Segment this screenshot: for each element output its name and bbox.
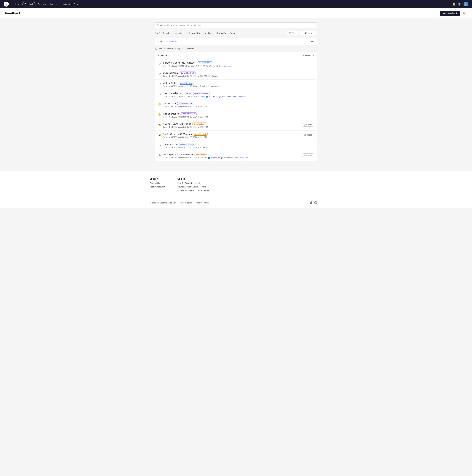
bell-icon[interactable]: 🔔	[452, 3, 455, 6]
nav-feedback[interactable]: Feedback	[22, 2, 35, 6]
nav-reviews[interactable]: Reviews	[36, 2, 48, 6]
gear-icon[interactable]: ⚙️	[458, 3, 461, 6]
check-circle-icon	[304, 134, 306, 136]
nav-guests[interactable]: Guests	[48, 2, 58, 6]
sentiment-neutral-icon: 😐	[158, 113, 161, 116]
check-circle-icon	[304, 154, 306, 156]
scorecard-link[interactable]: Understanding the Location Scorecard	[177, 189, 212, 192]
results-container: 10 Results Download ☹ Shayne Gallegos - …	[155, 52, 317, 161]
comment-icon: 💬 1 Comment	[208, 75, 220, 77]
table-row[interactable]: ☹ Carter Mcbride Google Review Case ID: …	[155, 141, 317, 151]
new-feedback-button[interactable]: New Feedback	[440, 11, 460, 16]
feedback-name: Carter Mcbride	[163, 143, 178, 146]
filter-button[interactable]: Filter	[287, 31, 298, 35]
sort-chevron-icon: ▾	[170, 32, 170, 34]
comment-icon: 💬 3 Comments	[219, 96, 231, 98]
custom-reports-link[interactable]: How to Access Custom Reports	[177, 186, 212, 188]
nav-reports[interactable]: Reports	[72, 2, 83, 6]
sentiment-good-icon: 😊	[158, 123, 161, 127]
active-filters-row: Filters | Unverified × Save filter	[155, 38, 317, 45]
footer-bottom: © 2024 Akira Technologies Corp. · Privac…	[150, 198, 322, 204]
nav-right: 🔔 ⚙️ J	[452, 2, 468, 6]
x-twitter-icon[interactable]	[319, 201, 322, 204]
sentiment-bad-icon: ☹	[158, 72, 161, 76]
tab-unverified[interactable]: Unverified	[173, 31, 186, 35]
closed-badge: Closed	[302, 123, 314, 127]
instagram-icon[interactable]	[314, 201, 317, 204]
table-row[interactable]: ☹ Shad Gonzales - #21 Victoria General f…	[155, 90, 317, 100]
table-row[interactable]: 😊 Jenifer Carter - #36 Winnipeg Store fe…	[155, 131, 317, 141]
feedback-tag: General feedback	[180, 112, 197, 115]
feedback-tag: Store feedback	[194, 153, 209, 156]
svg-point-7	[304, 134, 306, 136]
feedback-tag: General feedbackt	[193, 92, 210, 95]
logo[interactable]: 🍦	[4, 1, 9, 7]
sort-by-label: Sort By: Oldest ▾	[155, 32, 170, 34]
sentiment-bad-icon: ☹	[158, 62, 161, 66]
table-row[interactable]: ☹ Ulysses Hanna General feedback Case ID…	[155, 69, 317, 80]
svg-rect-9	[315, 202, 317, 204]
attachment-icon: 📎 1 Attachment	[208, 85, 221, 87]
sort-dropdown[interactable]: Oldest ▾	[163, 32, 170, 34]
footer-support-col: Support Contact Us Feature Request	[150, 178, 165, 193]
new-comments-link[interactable]: 3 new comments	[233, 96, 246, 97]
footer: Support Contact Us Feature Request Guide…	[0, 171, 472, 208]
closed-badge: Closed	[302, 153, 314, 157]
feedback-name: Weldon Archer	[163, 82, 177, 85]
clear-search[interactable]: Clear current search query, filters, and…	[155, 47, 317, 50]
feedback-name: Ulysses Hanna	[163, 72, 178, 74]
comment-icon: 💬 2 Comments	[221, 157, 233, 159]
feedback-tag: Store feedback	[192, 122, 207, 125]
table-row[interactable]: 😐 Krista Lawrence General feedback Case …	[155, 110, 317, 120]
bubbled-up-icon: 👥 Bubbled Up	[206, 96, 218, 98]
export-feedback-link[interactable]: How To Export Feedback	[177, 182, 212, 184]
date-range-select[interactable]: Last 7 days	[300, 31, 317, 35]
avatar[interactable]: J	[464, 2, 468, 6]
table-row[interactable]: 😐 Nettie Chase General feedback Case ID:…	[155, 100, 317, 110]
nav-locations[interactable]: Locations	[59, 2, 71, 6]
feedback-tag: Google Review	[198, 61, 212, 64]
facebook-icon[interactable]	[309, 201, 312, 204]
table-row[interactable]: ☹ Dona Spence - #12 Vancouver Store feed…	[155, 151, 317, 161]
feedback-name: Jenifer Carter - #36 Winnipeg	[163, 133, 192, 136]
unverified-chip[interactable]: Unverified ×	[167, 40, 181, 43]
closed-badge: Closed	[302, 133, 314, 137]
feature-request-link[interactable]: Feature Request	[150, 186, 165, 188]
footer-social	[309, 201, 322, 204]
check-circle-icon	[304, 124, 306, 126]
settings-button[interactable]	[462, 11, 467, 16]
privacy-link[interactable]: Privacy policy	[180, 202, 192, 204]
sentiment-neutral-icon: 😐	[158, 102, 161, 106]
new-comments-link[interactable]: 2 new comments	[235, 157, 248, 159]
sentiment-bad-icon: ☹	[158, 92, 161, 96]
table-row[interactable]: ☹ Shayne Gallegos - #12 Vancouver Google…	[155, 59, 317, 69]
svg-point-10	[315, 202, 316, 203]
main-content: Sort By: Oldest ▾ Unverified | Bubbled U…	[150, 19, 322, 165]
filter-bar: Sort By: Oldest ▾ Unverified | Bubbled U…	[155, 31, 317, 35]
settings-icon	[463, 12, 466, 15]
contact-us-link[interactable]: Contact Us	[150, 182, 165, 184]
save-filter-button[interactable]: Save filter	[306, 40, 315, 43]
feedback-name: Pauline Becker - #45 Regina	[163, 123, 191, 125]
tab-verified[interactable]: Verified	[203, 31, 213, 35]
feedback-tag: Store feedback	[193, 133, 208, 136]
results-header: 10 Results Download	[155, 52, 317, 59]
svg-point-0	[464, 13, 465, 14]
remove-chip-button[interactable]: ×	[178, 40, 179, 43]
table-row[interactable]: 😊 Pauline Becker - #45 Regina Store feed…	[155, 120, 317, 131]
feedback-name: Shad Gonzales - #21 Victoria	[163, 92, 192, 95]
nav-home[interactable]: Home	[13, 2, 22, 6]
filter-icon	[289, 32, 291, 34]
page-title: Feedback	[5, 11, 21, 15]
tab-raving-fans[interactable]: Raving Fans - Open	[215, 31, 236, 35]
filter-bar-right: Filter Last 7 days	[287, 31, 317, 35]
table-row[interactable]: ☹ Weldon Archer Google Review Case ID: #…	[155, 80, 317, 90]
search-input[interactable]	[155, 22, 317, 28]
download-button[interactable]: Download	[302, 54, 314, 57]
terms-link[interactable]: Terms of Service	[195, 202, 209, 204]
feedback-tag: Google Review	[179, 82, 194, 85]
tab-bubbled-up[interactable]: Bubbled Up	[188, 31, 201, 35]
new-comments-link[interactable]: 1 new comment	[219, 65, 231, 67]
feedback-tag: General feedback	[177, 102, 194, 105]
page-header-actions: New Feedback	[440, 11, 467, 16]
